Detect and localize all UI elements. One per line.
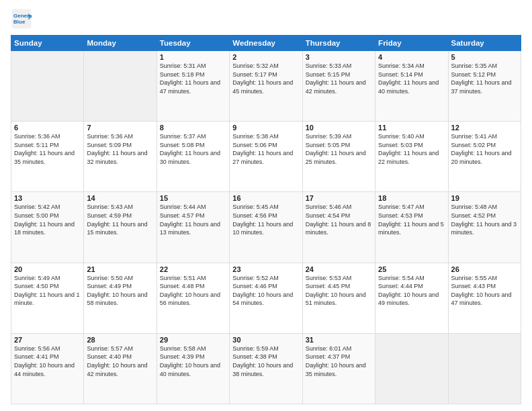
calendar-cell: 24Sunrise: 5:53 AMSunset: 4:45 PMDayligh… — [302, 263, 375, 333]
cell-info: Sunrise: 5:41 AM — [451, 132, 518, 141]
cell-info: Sunset: 4:57 PM — [160, 212, 226, 220]
day-number: 26 — [451, 265, 518, 273]
cell-info: Sunrise: 5:43 AM — [87, 203, 153, 212]
calendar-cell: 11Sunrise: 5:40 AMSunset: 5:03 PMDayligh… — [375, 122, 448, 192]
cell-info: Sunset: 4:49 PM — [87, 282, 153, 291]
calendar-cell: 26Sunrise: 5:55 AMSunset: 4:43 PMDayligh… — [448, 263, 521, 333]
cell-info: Sunrise: 5:58 AM — [160, 345, 226, 353]
cell-info: Sunset: 5:03 PM — [378, 141, 445, 150]
day-number: 18 — [378, 194, 445, 202]
cell-info: Daylight: 11 hours and 45 minutes. — [232, 79, 299, 95]
cell-info: Daylight: 10 hours and 40 minutes. — [160, 361, 226, 378]
cell-info: Daylight: 11 hours and 42 minutes. — [306, 79, 372, 95]
cell-info: Sunset: 4:46 PM — [232, 282, 299, 291]
logo: General Blue — [11, 8, 32, 30]
week-row-4: 20Sunrise: 5:49 AMSunset: 4:50 PMDayligh… — [11, 263, 521, 333]
week-row-5: 27Sunrise: 5:56 AMSunset: 4:41 PMDayligh… — [11, 333, 521, 404]
day-number: 19 — [451, 194, 518, 202]
calendar-cell — [11, 51, 84, 122]
cell-info: Sunrise: 5:42 AM — [14, 203, 81, 212]
cell-info: Daylight: 10 hours and 35 minutes. — [306, 361, 372, 378]
day-number: 5 — [451, 53, 518, 61]
calendar-cell: 12Sunrise: 5:41 AMSunset: 5:02 PMDayligh… — [448, 122, 521, 192]
cell-info: Daylight: 11 hours and 1 minute. — [14, 291, 81, 308]
cell-info: Sunrise: 5:48 AM — [451, 203, 518, 212]
cell-info: Daylight: 11 hours and 35 minutes. — [14, 149, 81, 166]
cell-info: Sunrise: 5:47 AM — [378, 203, 445, 212]
cell-info: Sunrise: 5:34 AM — [378, 62, 445, 71]
calendar-table: SundayMondayTuesdayWednesdayThursdayFrid… — [11, 35, 521, 404]
day-number: 13 — [14, 194, 81, 202]
cell-info: Daylight: 10 hours and 56 minutes. — [160, 291, 226, 308]
cell-info: Daylight: 11 hours and 32 minutes. — [87, 149, 153, 166]
day-number: 11 — [378, 124, 445, 132]
day-number: 22 — [160, 265, 226, 273]
cell-info: Sunrise: 5:37 AM — [160, 132, 226, 141]
calendar-cell: 20Sunrise: 5:49 AMSunset: 4:50 PMDayligh… — [11, 263, 84, 333]
calendar-cell: 6Sunrise: 5:36 AMSunset: 5:11 PMDaylight… — [11, 122, 84, 192]
calendar-cell: 29Sunrise: 5:58 AMSunset: 4:39 PMDayligh… — [157, 333, 229, 404]
logo-icon: General Blue — [11, 8, 32, 30]
cell-info: Sunset: 5:15 PM — [306, 71, 372, 79]
cell-info: Daylight: 11 hours and 18 minutes. — [14, 220, 81, 237]
cell-info: Sunset: 4:50 PM — [14, 282, 81, 291]
svg-text:Blue: Blue — [13, 19, 26, 25]
calendar-cell: 30Sunrise: 5:59 AMSunset: 4:38 PMDayligh… — [230, 333, 302, 404]
cell-info: Sunset: 4:59 PM — [87, 212, 153, 220]
day-number: 7 — [87, 124, 153, 132]
cell-info: Daylight: 10 hours and 42 minutes. — [87, 361, 153, 378]
cell-info: Daylight: 11 hours and 8 minutes. — [306, 220, 372, 237]
day-number: 25 — [378, 265, 445, 273]
cell-info: Daylight: 10 hours and 38 minutes. — [232, 361, 299, 378]
day-number: 20 — [14, 265, 81, 273]
cell-info: Daylight: 11 hours and 3 minutes. — [451, 220, 518, 237]
cell-info: Daylight: 10 hours and 47 minutes. — [451, 291, 518, 308]
cell-info: Sunset: 4:44 PM — [378, 282, 445, 291]
cell-info: Sunset: 5:11 PM — [14, 141, 81, 150]
cell-info: Sunrise: 5:40 AM — [378, 132, 445, 141]
cell-info: Sunrise: 5:56 AM — [14, 345, 81, 353]
cell-info: Sunset: 4:39 PM — [160, 353, 226, 361]
cell-info: Sunrise: 5:38 AM — [232, 132, 299, 141]
week-row-3: 13Sunrise: 5:42 AMSunset: 5:00 PMDayligh… — [11, 192, 521, 263]
calendar-body: 1Sunrise: 5:31 AMSunset: 5:18 PMDaylight… — [11, 51, 521, 404]
day-number: 12 — [451, 124, 518, 132]
day-number: 6 — [14, 124, 81, 132]
cell-info: Sunrise: 5:54 AM — [378, 274, 445, 283]
calendar-cell: 21Sunrise: 5:50 AMSunset: 4:49 PMDayligh… — [84, 263, 157, 333]
cell-info: Sunrise: 5:31 AM — [160, 62, 226, 71]
cell-info: Sunrise: 5:46 AM — [306, 203, 372, 212]
calendar-cell — [375, 333, 448, 404]
cell-info: Sunset: 5:18 PM — [160, 71, 226, 79]
cell-info: Daylight: 11 hours and 10 minutes. — [232, 220, 299, 237]
cell-info: Sunset: 5:09 PM — [87, 141, 153, 150]
day-number: 9 — [232, 124, 299, 132]
weekday-thursday: Thursday — [302, 36, 375, 51]
cell-info: Daylight: 10 hours and 49 minutes. — [378, 291, 445, 308]
cell-info: Daylight: 11 hours and 37 minutes. — [451, 79, 518, 95]
cell-info: Sunrise: 5:45 AM — [232, 203, 299, 212]
weekday-monday: Monday — [84, 36, 157, 51]
calendar-cell: 9Sunrise: 5:38 AMSunset: 5:06 PMDaylight… — [230, 122, 302, 192]
calendar-cell: 19Sunrise: 5:48 AMSunset: 4:52 PMDayligh… — [448, 192, 521, 263]
cell-info: Sunset: 4:48 PM — [160, 282, 226, 291]
cell-info: Sunrise: 5:50 AM — [87, 274, 153, 283]
day-number: 4 — [378, 53, 445, 61]
cell-info: Sunset: 5:14 PM — [378, 71, 445, 79]
week-row-1: 1Sunrise: 5:31 AMSunset: 5:18 PMDaylight… — [11, 51, 521, 122]
cell-info: Daylight: 11 hours and 25 minutes. — [306, 149, 372, 166]
cell-info: Sunrise: 6:01 AM — [306, 345, 372, 353]
cell-info: Sunrise: 5:39 AM — [306, 132, 372, 141]
calendar-cell: 3Sunrise: 5:33 AMSunset: 5:15 PMDaylight… — [302, 51, 375, 122]
cell-info: Sunset: 4:41 PM — [14, 353, 81, 361]
cell-info: Sunrise: 5:57 AM — [87, 345, 153, 353]
calendar-cell: 14Sunrise: 5:43 AMSunset: 4:59 PMDayligh… — [84, 192, 157, 263]
calendar-cell: 1Sunrise: 5:31 AMSunset: 5:18 PMDaylight… — [157, 51, 229, 122]
day-number: 2 — [232, 53, 299, 61]
day-number: 10 — [306, 124, 372, 132]
day-number: 1 — [160, 53, 226, 61]
cell-info: Daylight: 11 hours and 20 minutes. — [451, 149, 518, 166]
cell-info: Sunset: 4:43 PM — [451, 282, 518, 291]
weekday-sunday: Sunday — [11, 36, 84, 51]
day-number: 8 — [160, 124, 226, 132]
